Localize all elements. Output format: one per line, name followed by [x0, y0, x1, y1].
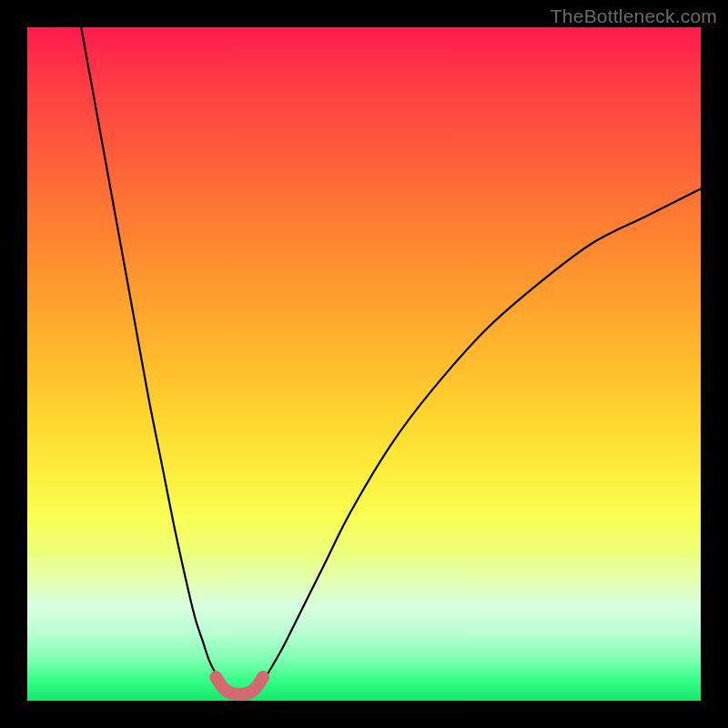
plot-area: [27, 27, 701, 701]
chart-frame: TheBottleneck.com: [0, 0, 728, 728]
curve-layer: [27, 27, 701, 701]
watermark-text: TheBottleneck.com: [551, 5, 717, 27]
valley-marker: [216, 677, 263, 694]
bottleneck-curve-right: [257, 189, 701, 691]
bottleneck-curve-left: [81, 27, 229, 691]
